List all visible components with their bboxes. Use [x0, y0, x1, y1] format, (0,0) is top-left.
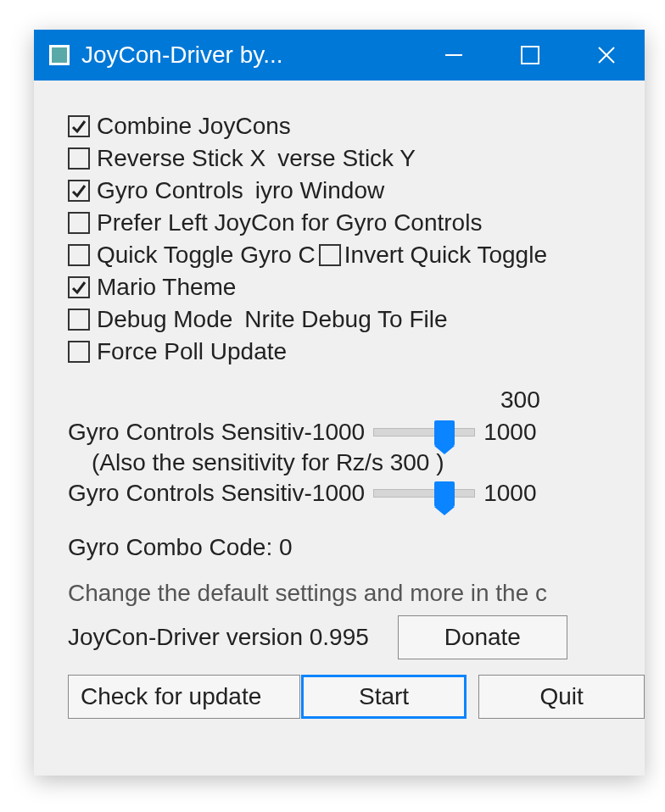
combine-joycons-checkbox[interactable] — [68, 115, 90, 137]
window-title: JoyCon-Driver by... — [81, 42, 283, 69]
gyro-controls-label: Gyro Controls — [97, 177, 243, 204]
force-poll-checkbox[interactable] — [68, 341, 90, 363]
debug-mode-label: Debug Mode — [97, 306, 232, 333]
quick-toggle-checkbox[interactable] — [68, 244, 90, 266]
slider2-track[interactable] — [373, 489, 475, 498]
slider1-track[interactable] — [373, 428, 475, 437]
maximize-button[interactable] — [492, 30, 568, 81]
app-icon — [49, 45, 70, 65]
donate-button[interactable]: Donate — [398, 615, 567, 659]
invert-quick-toggle-label: Invert Quick Toggle — [344, 242, 547, 269]
slider2-label: Gyro Controls Sensitiv — [68, 480, 305, 507]
debug-mode-checkbox[interactable] — [68, 309, 90, 331]
reverse-stick-x-label: Reverse Stick X — [97, 145, 265, 172]
prefer-left-checkbox[interactable] — [68, 212, 90, 234]
maximize-icon — [519, 44, 541, 66]
gyro-window-label: iyro Window — [255, 177, 384, 204]
slider1-label: Gyro Controls Sensitiv — [68, 419, 305, 446]
version-label: JoyCon-Driver version 0.995 — [68, 624, 369, 651]
slider1-min: -1000 — [305, 419, 366, 446]
mario-theme-label: Mario Theme — [97, 274, 236, 301]
slider1-thumb[interactable] — [434, 420, 455, 446]
quit-button[interactable]: Quit — [478, 675, 645, 719]
titlebar: JoyCon-Driver by... — [34, 30, 645, 81]
close-icon — [595, 44, 618, 66]
reverse-stick-x-checkbox[interactable] — [68, 147, 90, 170]
gyro-controls-checkbox[interactable] — [68, 180, 90, 202]
start-button[interactable]: Start — [301, 675, 467, 719]
write-debug-label: Nrite Debug To File — [244, 306, 447, 333]
combine-joycons-label: Combine JoyCons — [97, 113, 291, 140]
app-window: JoyCon-Driver by... Combine JoyCons Reve… — [34, 30, 645, 776]
force-poll-label: Force Poll Update — [97, 338, 287, 365]
slider2-max: 1000 — [483, 480, 536, 507]
invert-quick-toggle-checkbox[interactable] — [319, 244, 341, 266]
slider2-min: -1000 — [305, 480, 366, 507]
slider2-thumb[interactable] — [434, 481, 455, 507]
slider1-value: 300 — [500, 387, 540, 414]
mario-theme-checkbox[interactable] — [68, 276, 90, 298]
minimize-icon — [443, 44, 465, 66]
minimize-button[interactable] — [416, 30, 492, 81]
prefer-left-label: Prefer Left JoyCon for Gyro Controls — [97, 209, 482, 236]
client-area: Combine JoyCons Reverse Stick X verse St… — [34, 81, 645, 776]
slider1-max: 1000 — [483, 419, 536, 446]
sensitivity-note: (Also the sensitivity for Rz/s 300 ) — [68, 449, 645, 476]
svg-rect-1 — [522, 47, 539, 64]
close-button[interactable] — [568, 30, 645, 81]
reverse-stick-y-label: verse Stick Y — [277, 145, 416, 172]
gyro-combo-code: Gyro Combo Code: 0 — [68, 534, 645, 561]
check-updates-button[interactable]: Check for update — [68, 675, 300, 719]
quick-toggle-label: Quick Toggle Gyro C — [97, 242, 316, 269]
settings-hint: Change the default settings and more in … — [68, 580, 645, 607]
